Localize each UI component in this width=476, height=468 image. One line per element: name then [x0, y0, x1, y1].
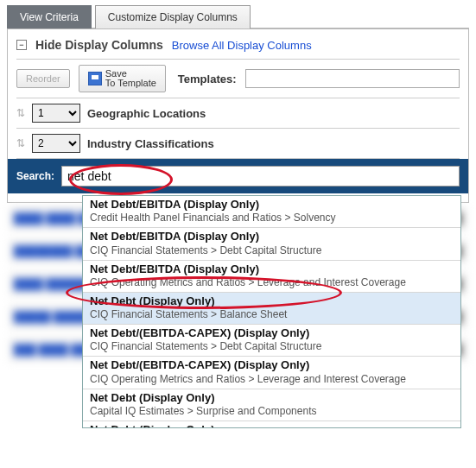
search-input[interactable]	[61, 166, 460, 187]
suggestion-item[interactable]: Net Debt/(EBITDA-CAPEX) (Display Only)CI…	[83, 325, 460, 357]
suggestion-item[interactable]: Net Debt/EBITDA (Display Only)CIQ Financ…	[83, 228, 460, 260]
customize-panel: − Hide Display Columns Browse All Displa…	[7, 28, 469, 203]
search-label: Search:	[16, 170, 54, 182]
suggestion-title: Net Debt/EBITDA (Display Only)	[90, 230, 454, 243]
order-label: Industry Classifications	[87, 137, 214, 150]
tab-bar: View Criteria Customize Display Columns	[7, 5, 469, 28]
reorder-button[interactable]: Reorder	[16, 69, 70, 88]
suggestion-item[interactable]: Net Debt/EBITDA (Display Only)Credit Hea…	[83, 196, 460, 228]
drag-handle-icon[interactable]: ⇅	[16, 107, 25, 119]
suggestion-item[interactable]: Net Debt (Display Only)CIQ Financial Sta…	[83, 293, 460, 325]
suggestion-title: Net Debt (Display Only)	[90, 391, 454, 405]
save-template-button[interactable]: Save To Template	[79, 65, 166, 92]
save-icon	[88, 72, 102, 85]
suggestion-path: Credit Health Panel Financials and Ratio…	[90, 212, 454, 225]
search-bar: Search:	[8, 159, 468, 193]
suggestion-title: Net Debt (Display Only)	[90, 294, 454, 308]
panel-title: Hide Display Columns	[35, 38, 163, 52]
suggestion-path: CIQ Financial Statements > Debt Capital …	[90, 244, 454, 257]
suggestion-title: Net Debt (Display Only)	[90, 423, 454, 428]
order-row: ⇅2Industry Classifications	[16, 129, 460, 159]
suggestion-item[interactable]: Net Debt/(EBITDA-CAPEX) (Display Only)CI…	[83, 357, 460, 389]
suggestion-item[interactable]: Net Debt/EBITDA (Display Only)CIQ Operat…	[83, 261, 460, 293]
save-label-line2: To Template	[105, 79, 156, 88]
suggestion-title: Net Debt/EBITDA (Display Only)	[90, 198, 454, 212]
order-select[interactable]: 2	[32, 134, 80, 153]
suggestion-path: Capital IQ Estimates > Surprise and Comp…	[90, 405, 454, 418]
order-row: ⇅1Geographic Locations	[16, 98, 460, 129]
suggestion-path: CIQ Financial Statements > Balance Sheet	[90, 308, 454, 321]
templates-input[interactable]	[245, 69, 460, 88]
suggestion-path: CIQ Operating Metrics and Ratios > Lever…	[90, 276, 454, 289]
tab-view-criteria[interactable]: View Criteria	[7, 5, 92, 28]
tab-customize-columns[interactable]: Customize Display Columns	[95, 5, 251, 28]
suggestion-title: Net Debt/(EBITDA-CAPEX) (Display Only)	[90, 358, 454, 372]
templates-label: Templates:	[178, 73, 237, 85]
suggestion-item[interactable]: Net Debt (Display Only)Capital IQ Estima…	[83, 389, 460, 421]
suggestion-path: CIQ Financial Statements > Debt Capital …	[90, 340, 454, 353]
toolbar: Reorder Save To Template Templates:	[16, 59, 460, 98]
drag-handle-icon[interactable]: ⇅	[16, 137, 25, 149]
suggestion-path: CIQ Operating Metrics and Ratios > Lever…	[90, 373, 454, 386]
suggestion-item[interactable]: Net Debt (Display Only)Capital IQ Estima…	[83, 421, 460, 428]
browse-all-link[interactable]: Browse All Display Columns	[172, 39, 312, 52]
order-select[interactable]: 1	[32, 104, 80, 123]
suggestion-title: Net Debt/(EBITDA-CAPEX) (Display Only)	[90, 326, 454, 340]
search-suggestions: Net Debt/EBITDA (Display Only)Credit Hea…	[82, 195, 461, 428]
collapse-icon[interactable]: −	[16, 40, 27, 50]
suggestion-title: Net Debt/EBITDA (Display Only)	[90, 262, 454, 276]
order-label: Geographic Locations	[87, 107, 206, 120]
